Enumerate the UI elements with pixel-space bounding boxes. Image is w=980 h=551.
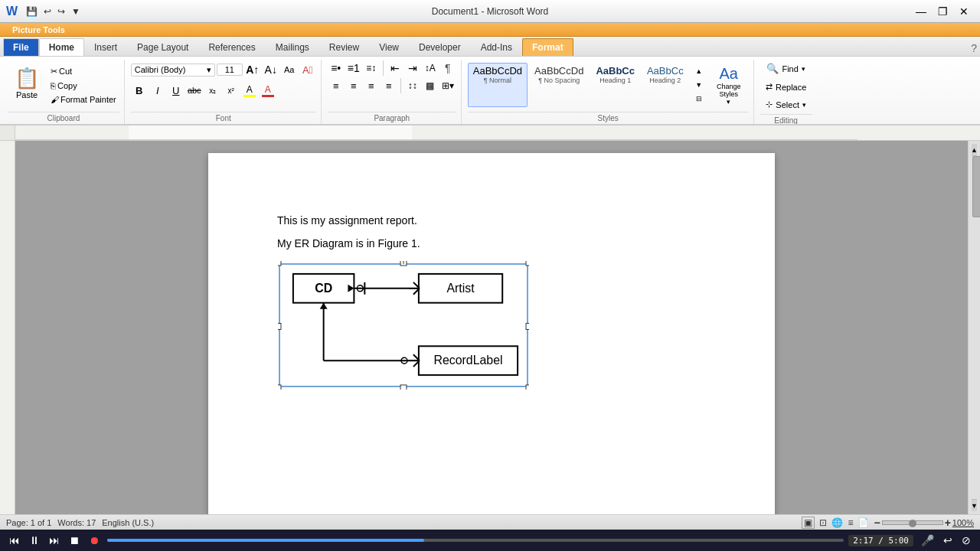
save-qat-btn[interactable]: 💾	[24, 5, 40, 18]
align-right-button[interactable]: ≡	[363, 77, 380, 94]
document-area[interactable]: This is my assignment report. My ER Diag…	[15, 141, 968, 514]
close-button[interactable]: ✕	[954, 4, 974, 19]
tab-home[interactable]: Home	[39, 38, 84, 56]
font-color-indicator	[262, 95, 274, 97]
video-fwd-btn[interactable]: ⊘	[959, 533, 974, 548]
redo-qat-btn[interactable]: ↪	[55, 5, 67, 18]
paste-button[interactable]: 📋 Paste	[8, 63, 46, 107]
svg-marker-30	[320, 303, 328, 309]
tab-page-layout[interactable]: Page Layout	[127, 38, 198, 56]
clipboard-label: Clipboard	[8, 112, 119, 124]
video-prev-btn[interactable]: ⏮	[6, 533, 23, 548]
style-heading1[interactable]: AaBbCc Heading 1	[590, 63, 640, 107]
select-button[interactable]: ⊹ Select ▾	[760, 96, 812, 112]
font-size-box[interactable]: 11	[217, 64, 243, 76]
line-spacing-button[interactable]: ↕↕	[404, 77, 421, 94]
style-no-spacing[interactable]: AaBbCcDd ¶ No Spacing	[529, 63, 589, 107]
print-layout-btn[interactable]: ▣	[802, 517, 815, 529]
minimize-button[interactable]: —	[911, 4, 931, 19]
tab-add-ins[interactable]: Add-Ins	[471, 38, 522, 56]
copy-button[interactable]: ⎘ Copy	[47, 80, 119, 92]
zoom-out-btn[interactable]: −	[874, 517, 880, 529]
help-icon[interactable]: ?	[971, 42, 977, 54]
zoom-slider-thumb[interactable]	[909, 520, 916, 527]
full-screen-btn[interactable]: ⊡	[819, 517, 827, 528]
text-highlight-button[interactable]: A	[241, 82, 258, 99]
tab-insert[interactable]: Insert	[84, 38, 127, 56]
svg-rect-12	[526, 385, 530, 390]
tab-references[interactable]: References	[198, 38, 265, 56]
style-heading2[interactable]: AaBbCc Heading 2	[642, 63, 689, 107]
ruler-corner	[0, 126, 15, 141]
align-center-button[interactable]: ≡	[345, 77, 362, 94]
clipboard-content: 📋 Paste ✂ Cut ⎘ Copy 🖌 Format Painter	[8, 60, 119, 110]
tab-review[interactable]: Review	[319, 38, 369, 56]
video-stop-btn[interactable]: ⏹	[66, 533, 83, 548]
tab-developer[interactable]: Developer	[409, 38, 471, 56]
format-painter-button[interactable]: 🖌 Format Painter	[47, 93, 119, 106]
shading-button[interactable]: ▩	[422, 77, 439, 94]
sort-button[interactable]: ↕A	[422, 60, 439, 77]
clear-icon: A⃝	[302, 64, 312, 76]
video-timeline[interactable]	[107, 539, 844, 542]
bullets-button[interactable]: ≡•	[328, 60, 345, 77]
svg-text:CD: CD	[315, 282, 332, 295]
svg-rect-1	[129, 126, 412, 140]
zoom-level[interactable]: 100%	[952, 518, 974, 527]
numbering-button[interactable]: ≡1	[345, 60, 362, 77]
change-case-button[interactable]: Aa	[281, 61, 298, 78]
tab-file[interactable]: File	[3, 38, 39, 56]
bold-button[interactable]: B	[131, 82, 148, 99]
case-icon: Aa	[284, 65, 294, 74]
strikethrough-button[interactable]: abc	[186, 82, 203, 99]
video-play-btn[interactable]: ⏸	[26, 533, 43, 548]
superscript-button[interactable]: x²	[223, 82, 240, 99]
video-back-btn[interactable]: ↩	[940, 533, 956, 548]
svg-rect-11	[400, 385, 407, 390]
clear-format-button[interactable]: A⃝	[299, 61, 316, 78]
underline-button[interactable]: U	[168, 82, 185, 99]
increase-indent-button[interactable]: ⇥	[404, 60, 421, 77]
find-button[interactable]: 🔍 Find ▾	[761, 60, 810, 77]
video-next-btn[interactable]: ⏭	[46, 533, 63, 548]
change-styles-button[interactable]: Aa ChangeStyles ▾	[709, 63, 749, 107]
subscript-button[interactable]: x₂	[204, 82, 221, 99]
cut-button[interactable]: ✂ Cut	[47, 65, 119, 78]
replace-button[interactable]: ⇄ Replace	[760, 79, 812, 95]
multilevel-button[interactable]: ≡↕	[363, 60, 380, 77]
web-layout-btn[interactable]: 🌐	[831, 517, 843, 528]
tab-view[interactable]: View	[369, 38, 409, 56]
undo-qat-btn[interactable]: ↩	[41, 5, 54, 18]
video-record-btn[interactable]: ⏺	[86, 533, 103, 548]
scroll-up-arrow[interactable]: ▲	[972, 144, 977, 156]
video-progress-fill	[107, 539, 424, 542]
styles-scroll-up[interactable]: ▲	[691, 64, 707, 78]
align-left-button[interactable]: ≡	[328, 77, 345, 94]
er-diagram[interactable]: CD Artist RecordLabel	[277, 260, 530, 390]
shrink-font-button[interactable]: A↓	[263, 61, 279, 78]
zoom-in-btn[interactable]: +	[945, 517, 951, 529]
tab-mailings[interactable]: Mailings	[266, 38, 319, 56]
restore-button[interactable]: ❐	[933, 4, 952, 19]
show-formatting-button[interactable]: ¶	[439, 60, 456, 77]
font-color-button[interactable]: A	[260, 82, 276, 99]
styles-more[interactable]: ⊟	[691, 92, 707, 106]
status-bar: Page: 1 of 1 Words: 17 English (U.S.) ▣ …	[0, 514, 980, 530]
er-diagram-container[interactable]: CD Artist RecordLabel	[277, 260, 530, 390]
style-normal[interactable]: AaBbCcDd ¶ Normal	[468, 63, 528, 107]
styles-scroll-down[interactable]: ▼	[691, 78, 707, 92]
font-name-selector[interactable]: Calibri (Body) ▾	[131, 64, 215, 77]
outline-btn[interactable]: ≡	[848, 517, 853, 528]
grow-font-button[interactable]: A↑	[244, 61, 261, 78]
scrollbar-thumb[interactable]	[972, 156, 980, 217]
draft-btn[interactable]: 📄	[858, 517, 869, 528]
justify-button[interactable]: ≡	[381, 77, 397, 94]
video-mic-btn[interactable]: 🎤	[918, 533, 937, 548]
zoom-slider-track[interactable]	[882, 520, 943, 525]
decrease-indent-button[interactable]: ⇤	[387, 60, 403, 77]
more-qat-btn[interactable]: ▼	[69, 5, 83, 18]
borders-button[interactable]: ⊞▾	[439, 77, 456, 94]
tab-format[interactable]: Format	[522, 38, 573, 56]
italic-button[interactable]: I	[149, 82, 166, 99]
scroll-down-arrow[interactable]: ▼	[972, 499, 977, 511]
